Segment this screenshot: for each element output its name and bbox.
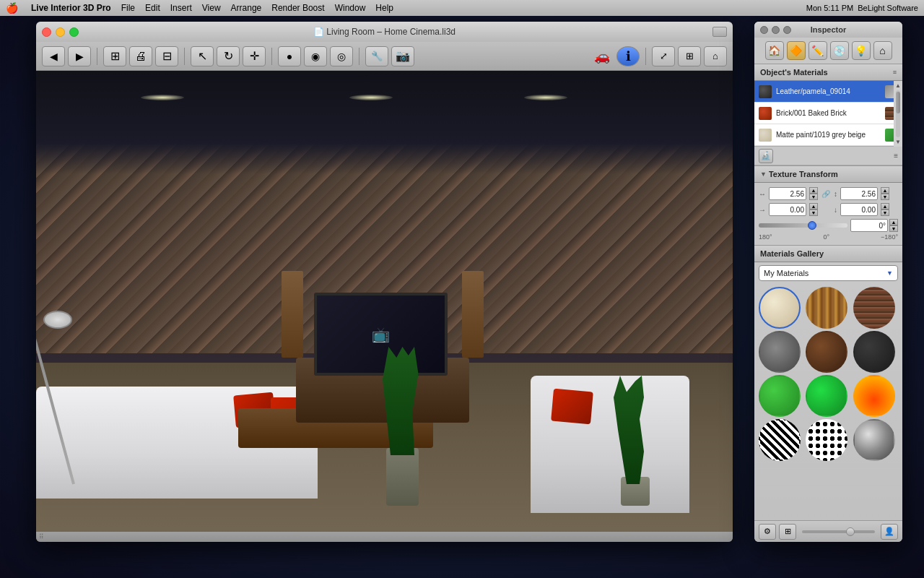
tab-object[interactable]: 🏠 xyxy=(765,41,784,60)
offset-y-icon: ↓ xyxy=(834,206,837,214)
scroll-thumb[interactable] xyxy=(896,92,900,113)
offset-y-down[interactable]: ▼ xyxy=(881,210,889,216)
menu-app[interactable]: Live Interior 3D Pro xyxy=(31,3,111,13)
move-btn[interactable]: ✛ xyxy=(243,46,266,66)
fullscreen-btn[interactable]: ⤢ xyxy=(652,46,675,66)
gallery-item-wood[interactable] xyxy=(806,287,847,329)
angle-slider[interactable] xyxy=(759,223,847,228)
material-item-brick[interactable]: Brick/001 Baked Brick xyxy=(754,103,902,124)
grid-btn[interactable]: ⊞ xyxy=(779,524,796,540)
scale-x-input[interactable]: 2.56 xyxy=(769,187,806,200)
select-btn[interactable]: ↖ xyxy=(191,46,214,66)
gallery-item-stone[interactable] xyxy=(759,331,801,373)
texture-collapse-icon[interactable]: ▼ xyxy=(760,171,767,178)
gallery-dropdown[interactable]: My Materials ▼ xyxy=(759,265,898,281)
tab-edit[interactable]: ✏️ xyxy=(808,41,827,60)
material-item-matte[interactable]: Matte paint/1019 grey beige xyxy=(754,124,902,146)
gear-btn[interactable]: ⚙ xyxy=(759,524,776,540)
texture-transform-controls: ↔ 2.56 ▲ ▼ 🔗 ↕ 2.56 ▲ ▼ → 0.00 ▲ ▼ ↓ 0 xyxy=(754,183,902,245)
close-button[interactable] xyxy=(42,27,51,37)
angle-mid-label: 0° xyxy=(824,233,830,241)
angle-slider-thumb[interactable] xyxy=(808,221,816,230)
materials-btn[interactable]: 🔧 xyxy=(365,46,388,66)
scale-y-up[interactable]: ▲ xyxy=(881,187,889,194)
gallery-item-green2[interactable] xyxy=(806,375,847,417)
view-3d-btn[interactable]: ⊟ xyxy=(155,46,178,66)
menu-file[interactable]: File xyxy=(121,3,135,13)
overview-btn[interactable]: ⊞ xyxy=(678,46,701,66)
forward-btn[interactable]: ▶ xyxy=(68,46,91,66)
offset-x-input[interactable]: 0.00 xyxy=(769,203,806,216)
maximize-button[interactable] xyxy=(69,27,79,37)
insp-max[interactable] xyxy=(783,26,791,34)
offset-y-stepper[interactable]: ▲ ▼ xyxy=(881,203,889,216)
minimize-button[interactable] xyxy=(56,27,65,37)
offset-x-up[interactable]: ▲ xyxy=(809,203,818,210)
tools-menu-icon[interactable]: ≡ xyxy=(894,152,898,160)
menu-render[interactable]: Render Boost xyxy=(271,3,324,13)
zoom-slider[interactable] xyxy=(802,530,875,533)
menu-edit[interactable]: Edit xyxy=(145,3,160,13)
gallery-section: My Materials ▼ xyxy=(754,265,902,464)
insp-min[interactable] xyxy=(772,26,780,34)
scale-y-stepper[interactable]: ▲ ▼ xyxy=(881,187,889,200)
lamp-shade xyxy=(43,311,72,329)
gallery-item-brown[interactable] xyxy=(806,331,847,373)
gallery-item-spots[interactable] xyxy=(806,419,847,461)
apple-menu[interactable]: 🍎 xyxy=(6,2,18,14)
scale-x-down[interactable]: ▼ xyxy=(809,194,818,200)
menu-window[interactable]: Window xyxy=(335,3,366,13)
rotate-btn[interactable]: ↻ xyxy=(217,46,240,66)
window-resize-btn[interactable] xyxy=(712,27,727,37)
offset-x-down[interactable]: ▼ xyxy=(809,210,818,216)
scale-y-input[interactable]: 2.56 xyxy=(840,187,878,200)
link-icon[interactable]: 🔗 xyxy=(821,189,831,199)
eyedropper-btn[interactable]: 🔬 xyxy=(759,149,773,163)
camera-sphere-btn[interactable]: ◉ xyxy=(304,46,327,66)
gallery-item-green1[interactable] xyxy=(759,375,801,417)
tab-home[interactable]: ⌂ xyxy=(873,41,892,60)
offset-x-stepper[interactable]: ▲ ▼ xyxy=(809,203,818,216)
gallery-item-fire[interactable] xyxy=(853,375,895,417)
angle-up[interactable]: ▲ xyxy=(889,219,898,225)
floor-plan-btn[interactable]: ⊞ xyxy=(103,46,126,66)
render-btn[interactable]: 🖨 xyxy=(129,46,152,66)
gallery-item-dark[interactable] xyxy=(853,331,895,373)
share-btn[interactable]: 🚗 xyxy=(590,46,614,66)
materials-scrollbar[interactable]: ▲ ▼ xyxy=(894,81,902,147)
scroll-down-btn[interactable]: ▼ xyxy=(895,139,901,145)
person-btn[interactable]: 👤 xyxy=(881,524,898,540)
tab-materials[interactable]: 🔶 xyxy=(787,41,806,60)
zoom-slider-thumb[interactable] xyxy=(846,527,855,536)
gallery-item-brick[interactable] xyxy=(853,287,895,329)
tab-render[interactable]: 💿 xyxy=(830,41,849,60)
gallery-item-beige[interactable] xyxy=(759,287,801,329)
offset-y-input[interactable]: 0.00 xyxy=(840,203,878,216)
tab-light[interactable]: 💡 xyxy=(852,41,871,60)
scale-y-down[interactable]: ▼ xyxy=(881,194,889,200)
info-btn[interactable]: ℹ xyxy=(616,46,640,66)
light-sphere-btn[interactable]: ● xyxy=(278,46,301,66)
insp-close[interactable] xyxy=(760,26,768,34)
point-light-btn[interactable]: ◎ xyxy=(330,46,353,66)
menu-arrange[interactable]: Arrange xyxy=(231,3,262,13)
back-btn[interactable]: ◀ xyxy=(42,46,65,66)
scroll-up-btn[interactable]: ▲ xyxy=(895,82,901,89)
angle-input[interactable]: 0° xyxy=(850,219,888,232)
scale-x-up[interactable]: ▲ xyxy=(809,187,818,194)
gallery-item-metal[interactable] xyxy=(853,419,895,461)
menu-help[interactable]: Help xyxy=(375,3,393,13)
menu-insert[interactable]: Insert xyxy=(170,3,192,13)
angle-down[interactable]: ▼ xyxy=(889,225,898,232)
menu-view[interactable]: View xyxy=(202,3,221,13)
scale-x-stepper[interactable]: ▲ ▼ xyxy=(809,187,818,200)
section-expand-icon[interactable]: ≡ xyxy=(893,69,897,76)
scroll-track[interactable] xyxy=(896,90,900,137)
canvas-area[interactable]: 📺 ⠿ xyxy=(36,71,733,542)
offset-y-up[interactable]: ▲ xyxy=(881,203,889,210)
gallery-item-zebra[interactable] xyxy=(759,419,801,461)
home-btn[interactable]: ⌂ xyxy=(704,46,727,66)
photo-btn[interactable]: 📷 xyxy=(391,46,414,66)
angle-stepper[interactable]: ▲ ▼ xyxy=(889,219,898,232)
material-item-leather[interactable]: Leather/pamela_09014 xyxy=(754,81,902,103)
